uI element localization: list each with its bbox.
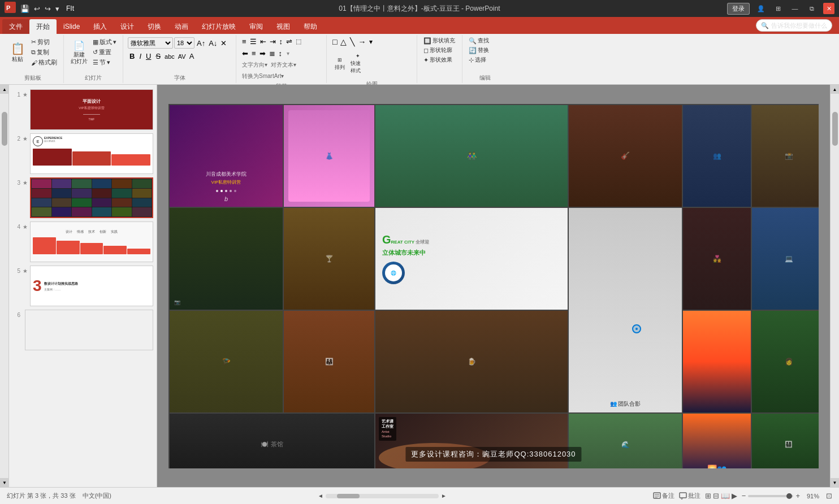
login-button[interactable]: 登录 [727,3,750,15]
tab-transitions[interactable]: 切换 [141,19,168,34]
canvas-area[interactable]: 川音成都美术学院 VIP私密特训营 b 👗 [157,85,830,487]
font-shrink-button[interactable]: A↓ [207,39,218,47]
slide-sorter-button[interactable]: ⊟ [713,492,719,500]
tab-home[interactable]: 开始 [29,19,57,34]
cut-button[interactable]: ✂ 剪切 [29,37,59,47]
indent-increase-button[interactable]: ⇥ [269,37,277,46]
slide-image-3[interactable] [30,177,153,218]
zoom-out-button[interactable]: − [742,492,746,500]
h-scroll-left[interactable]: ◄ [318,493,323,499]
layout-icon[interactable]: ⊞ [772,3,784,14]
line-spacing-button[interactable]: ↕ [278,49,284,58]
search-box[interactable]: 🔍 告诉我你想要做什么 [756,19,832,32]
paste-button[interactable]: 📋 粘贴 [7,36,28,70]
tab-animations[interactable]: 动画 [168,19,195,34]
copy-button[interactable]: ⧉ 复制 [29,47,59,57]
normal-view-button[interactable]: ⊞ [705,492,711,500]
char-spacing-button[interactable]: AV [177,53,187,60]
numbering-button[interactable]: ☰ [249,37,258,46]
profile-icon[interactable]: 👤 [755,3,767,14]
zoom-in-button[interactable]: + [795,492,800,500]
settings-icon[interactable]: ▾ [54,5,60,13]
comments-button[interactable]: 批注 [679,492,700,500]
slide-thumb-6[interactable]: 6 [12,310,153,350]
zoom-thumb[interactable] [786,493,792,499]
zoom-slider[interactable] [748,495,793,497]
new-slide-button[interactable]: 📄 新建幻灯片 [68,36,90,70]
tab-design[interactable]: 设计 [114,19,141,34]
slide-thumb-2[interactable]: 2 ★ E EXPERIENCE 设计师成长 [12,133,153,174]
save-icon[interactable]: 💾 [19,5,31,13]
zoom-level[interactable]: 91% [802,493,819,499]
align-text-button[interactable]: 对齐文本▾ [270,61,297,69]
align-center-button[interactable]: ≡ [250,49,257,58]
slide-image-1[interactable]: 平面设计 VIP私密班特训营 TWF [30,89,153,130]
h-scroll-right[interactable]: ► [441,493,447,499]
h-scroll-track[interactable] [326,494,439,498]
tab-help[interactable]: 帮助 [297,19,324,34]
scroll-thumb-left[interactable] [2,112,7,146]
close-button[interactable]: ✕ [823,3,834,14]
layout-button[interactable]: ▦ 版式 ▾ [91,37,118,47]
v-scroll-down[interactable]: ▼ [831,478,840,487]
select-button[interactable]: ⊹ 选择 [467,55,491,64]
text-align-button[interactable]: ⇌ [285,37,293,46]
font-size-select[interactable]: 18 [174,37,194,49]
convert-smartart-button[interactable]: 转换为SmartArt▾ [241,72,285,80]
line-shape[interactable]: ╲ [349,37,356,46]
slide-thumb-5[interactable]: 5 ★ 3 数设计计划推实战思路 主案例：…… [12,266,153,306]
undo-icon[interactable]: ↩ [33,5,41,13]
italic-button[interactable]: I [137,52,143,60]
shape-effect-button[interactable]: ✦ 形状效果 [422,55,457,64]
bold-button[interactable]: B [128,52,136,60]
slide-image-5[interactable]: 3 数设计计划推实战思路 主案例：…… [30,266,153,306]
section-button[interactable]: ☰ 节 ▾ [91,58,118,67]
arrange-button[interactable]: ⊞ 排列 [331,50,348,78]
slide-image-6[interactable] [25,310,153,350]
format-painter-button[interactable]: 🖌 格式刷 [29,58,59,67]
slide-thumb-3[interactable]: 3 ★ [12,177,153,218]
text-box-button[interactable]: 文字方向▾ [241,61,269,69]
tab-review[interactable]: 审阅 [243,19,270,34]
tab-file[interactable]: 文件 [2,19,29,34]
justify-button[interactable]: ≣ [268,49,276,58]
h-scroll-thumb[interactable] [337,494,360,498]
language-indicator[interactable]: 中文(中国) [83,492,111,500]
redo-icon[interactable]: ↪ [44,5,52,13]
triangle-shape[interactable]: △ [339,37,348,46]
slide-image-4[interactable]: 设计情感技术创新实践 [30,221,153,262]
tab-insert[interactable]: 插入 [87,19,114,34]
font-grow-button[interactable]: A↑ [196,39,206,47]
add-smartart-button[interactable]: ⬚ [295,38,302,45]
indent-decrease-button[interactable]: ⇤ [259,37,267,46]
slide-thumb-1[interactable]: 1 ★ 平面设计 VIP私密班特训营 TWF [12,89,153,130]
notes-button[interactable]: 备注 [653,492,674,500]
scroll-up-button[interactable]: ▲ [0,85,9,94]
align-left-button[interactable]: ⬅ [241,49,249,58]
slideshow-button[interactable]: ▶ [732,492,737,500]
arrow-shape[interactable]: → [357,37,367,46]
maximize-button[interactable]: ⧉ [806,3,818,14]
tab-islide[interactable]: iSlide [57,19,87,34]
tab-view[interactable]: 视图 [270,19,297,34]
font-color-button[interactable]: A [188,52,196,60]
fit-window-button[interactable]: ⊡ [826,492,832,500]
text-direction-button[interactable]: ↕ [278,37,284,46]
scroll-down-button[interactable]: ▼ [0,478,9,487]
slide-thumb-4[interactable]: 4 ★ 设计情感技术创新实践 [12,221,153,262]
reset-button[interactable]: ↺ 重置 [91,47,118,57]
bullets-button[interactable]: ≡ [241,37,248,46]
reading-view-button[interactable]: 📖 [721,492,730,500]
strikethrough-button[interactable]: S [154,52,162,60]
align-right-button[interactable]: ➡ [258,49,267,58]
rectangle-shape[interactable]: □ [331,37,338,46]
shapes-more[interactable]: ▾ [368,38,374,46]
shape-outline-button[interactable]: ◻ 形状轮廓 [422,46,457,55]
minimize-button[interactable]: — [789,3,801,14]
clear-format-button[interactable]: ✕ [219,39,228,47]
find-button[interactable]: 🔍 查找 [467,36,491,45]
tab-slideshow[interactable]: 幻灯片放映 [195,19,243,34]
underline-button[interactable]: U [144,52,153,60]
quick-styles-button[interactable]: ✦ 快速样式 [349,50,366,78]
shape-fill-button[interactable]: 🔲 形状填充 [422,36,457,45]
